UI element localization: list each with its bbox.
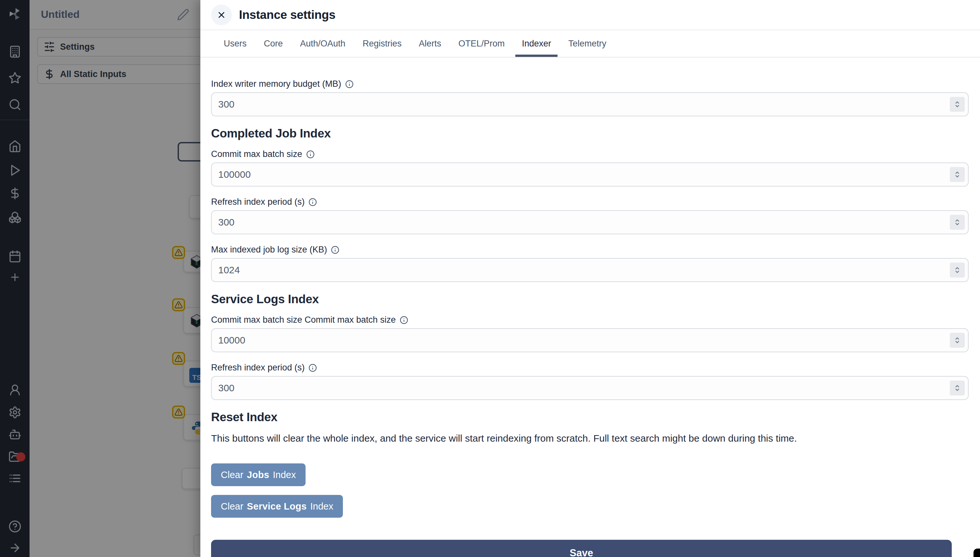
info-icon[interactable] [308, 364, 317, 372]
field-label: Index writer memory budget (MB) [211, 79, 341, 89]
tab-indexer[interactable]: Indexer [515, 30, 558, 57]
tab-alerts[interactable]: Alerts [412, 30, 448, 57]
section-reset-index: Reset Index [211, 410, 969, 424]
indexer-settings-form: Index writer memory budget (MB) Complete… [200, 57, 980, 557]
info-icon[interactable] [345, 80, 354, 88]
field-service-commit-max-batch-size: Commit max batch size Commit max batch s… [211, 315, 969, 352]
tab-registries[interactable]: Registries [356, 30, 408, 57]
clear-service-logs-index-button[interactable]: Clear Service Logs Index [211, 495, 343, 518]
max-indexed-job-log-size-input[interactable] [211, 258, 969, 282]
button-text-emph: Service Logs [247, 501, 307, 512]
number-stepper[interactable] [950, 381, 965, 396]
reset-index-description: This buttons will clear the whole index,… [211, 433, 969, 444]
tab-telemetry[interactable]: Telemetry [562, 30, 613, 57]
instance-settings-drawer: Instance settings Users Core Auth/OAuth … [200, 0, 980, 557]
modal-overlay[interactable] [0, 0, 200, 557]
clear-jobs-index-button[interactable]: Clear Jobs Index [211, 463, 305, 486]
number-stepper[interactable] [950, 215, 965, 230]
info-icon[interactable] [331, 246, 339, 254]
field-commit-max-batch-size: Commit max batch size [211, 149, 969, 187]
info-icon[interactable] [400, 316, 408, 324]
info-icon[interactable] [308, 198, 317, 206]
commit-max-batch-size-input[interactable] [211, 163, 969, 187]
number-stepper[interactable] [950, 262, 965, 277]
service-commit-max-batch-size-input[interactable] [211, 328, 969, 352]
settings-tabs: Users Core Auth/OAuth Registries Alerts … [200, 30, 980, 57]
corner-widget[interactable] [974, 549, 980, 557]
service-refresh-index-period-input[interactable] [211, 376, 969, 400]
field-label: Commit max batch size [211, 149, 302, 159]
field-label: Refresh index period (s) [211, 363, 305, 373]
button-text: Clear [221, 501, 243, 512]
modal-title: Instance settings [239, 8, 336, 22]
tab-auth-oauth[interactable]: Auth/OAuth [294, 30, 352, 57]
number-stepper[interactable] [950, 167, 965, 182]
section-completed-job-index: Completed Job Index [211, 127, 969, 140]
save-button[interactable]: Save [211, 540, 952, 557]
field-label: Commit max batch size Commit max batch s… [211, 315, 396, 325]
info-icon[interactable] [306, 150, 315, 159]
tab-otel-prom[interactable]: OTEL/Prom [452, 30, 511, 57]
section-service-logs-index: Service Logs Index [211, 293, 969, 306]
button-text: Index [273, 469, 296, 480]
button-text: Clear [221, 469, 243, 480]
field-label: Refresh index period (s) [211, 197, 305, 207]
field-index-writer-memory: Index writer memory budget (MB) [211, 79, 969, 116]
index-writer-memory-input[interactable] [211, 92, 969, 116]
modal-header: Instance settings [200, 0, 980, 30]
number-stepper[interactable] [950, 97, 965, 112]
close-icon [217, 10, 226, 20]
tab-users[interactable]: Users [217, 30, 253, 57]
field-refresh-index-period: Refresh index period (s) [211, 197, 969, 234]
button-text-emph: Jobs [247, 469, 269, 480]
close-button[interactable] [211, 5, 232, 25]
number-stepper[interactable] [950, 333, 965, 348]
refresh-index-period-input[interactable] [211, 210, 969, 234]
tab-core[interactable]: Core [258, 30, 290, 57]
field-service-refresh-index-period: Refresh index period (s) [211, 363, 969, 400]
button-text: Index [310, 501, 333, 512]
field-label: Max indexed job log size (KB) [211, 245, 327, 255]
field-max-indexed-job-log-size: Max indexed job log size (KB) [211, 245, 969, 282]
